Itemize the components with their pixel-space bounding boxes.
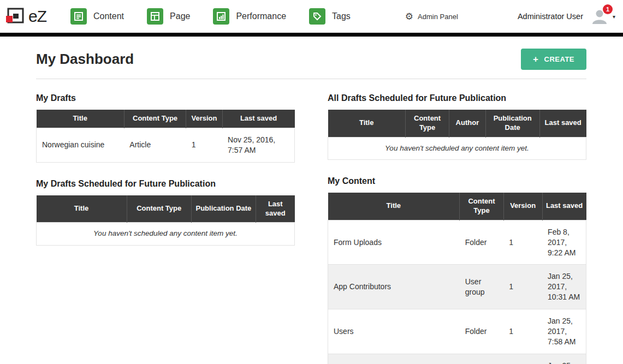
my-drafts-title: My Drafts bbox=[36, 93, 295, 103]
column-header-publication-date: Publication Date bbox=[485, 110, 539, 137]
column-header-last-saved: Last saved bbox=[542, 193, 586, 220]
column-header-content-type: Content Type bbox=[405, 110, 449, 137]
my-content-title: My Content bbox=[328, 176, 586, 186]
my-content-section: My Content Title Content Type Version La… bbox=[328, 176, 586, 364]
my-scheduled-title: My Drafts Scheduled for Future Publicati… bbox=[36, 179, 295, 189]
page-header: My Dashboard + CREATE bbox=[36, 49, 586, 70]
cell-version: 1 bbox=[503, 309, 542, 354]
cell-version: 1 bbox=[503, 220, 542, 265]
table-row[interactable]: App Folder 1 Jan 25, 2017, 7:55 AM bbox=[328, 354, 586, 364]
top-navbar: eZ Content Page bbox=[0, 0, 623, 33]
user-menu[interactable]: Administrator User 1 ▾ bbox=[518, 8, 615, 25]
cell-content-type: Folder bbox=[460, 220, 503, 265]
nav-item-performance[interactable]: Performance bbox=[213, 8, 286, 25]
gear-icon: ⚙ bbox=[405, 11, 413, 22]
create-button[interactable]: + CREATE bbox=[521, 49, 586, 70]
chevron-down-icon[interactable]: ▾ bbox=[613, 14, 615, 20]
performance-icon bbox=[213, 8, 229, 25]
cell-title[interactable]: Users bbox=[328, 309, 460, 354]
nav-label-content: Content bbox=[93, 11, 124, 21]
plus-icon: + bbox=[533, 55, 538, 64]
table-row[interactable]: Norwegian cuisine Article 1 Nov 25, 2016… bbox=[37, 128, 295, 162]
create-button-label: CREATE bbox=[544, 55, 574, 63]
all-scheduled-header-row: Title Content Type Author Publication Da… bbox=[328, 110, 586, 137]
my-drafts-section: My Drafts Title Content Type Version Las… bbox=[36, 93, 295, 163]
nav-label-tags: Tags bbox=[332, 11, 351, 21]
dashboard-columns: My Drafts Title Content Type Version Las… bbox=[36, 93, 586, 364]
nav-label-page: Page bbox=[170, 11, 190, 21]
content-icon bbox=[70, 8, 87, 25]
nav-item-page[interactable]: Page bbox=[147, 8, 190, 25]
my-scheduled-table: Title Content Type Publication Date Last… bbox=[36, 195, 295, 246]
column-header-version: Version bbox=[186, 110, 222, 128]
top-divider-bar bbox=[0, 33, 623, 37]
cell-content-type: Folder bbox=[460, 309, 503, 354]
cell-version: 1 bbox=[503, 265, 542, 309]
empty-state-message: You haven't scheduled any content item y… bbox=[328, 137, 586, 159]
column-header-publication-date: Publication Date bbox=[191, 195, 256, 223]
column-header-title: Title bbox=[37, 195, 127, 223]
ez-logo-icon bbox=[5, 7, 25, 26]
column-header-content-type: Content Type bbox=[127, 195, 191, 223]
cell-last-saved: Jan 25, 2017, 10:31 AM bbox=[542, 265, 586, 309]
admin-panel-label: Admin Panel bbox=[418, 13, 458, 21]
header-divider bbox=[36, 79, 586, 79]
user-name: Administrator User bbox=[518, 12, 583, 21]
column-header-version: Version bbox=[503, 193, 542, 220]
my-scheduled-header-row: Title Content Type Publication Date Last… bbox=[37, 195, 295, 223]
cell-version: 1 bbox=[503, 354, 542, 364]
my-drafts-header-row: Title Content Type Version Last saved bbox=[37, 110, 295, 128]
column-header-last-saved: Last saved bbox=[539, 110, 586, 137]
all-scheduled-section: All Drafts Scheduled for Future Publicat… bbox=[328, 93, 586, 160]
my-content-header-row: Title Content Type Version Last saved bbox=[328, 193, 586, 220]
table-row[interactable]: Users Folder 1 Jan 25, 2017, 7:58 AM bbox=[328, 309, 586, 354]
cell-title[interactable]: App bbox=[328, 354, 460, 364]
cell-version: 1 bbox=[186, 128, 222, 162]
ez-logo-text: eZ bbox=[28, 7, 46, 26]
all-scheduled-title: All Drafts Scheduled for Future Publicat… bbox=[328, 93, 586, 103]
nav-label-performance: Performance bbox=[236, 11, 286, 21]
avatar[interactable]: 1 bbox=[591, 8, 609, 25]
column-header-title: Title bbox=[328, 110, 406, 137]
left-column: My Drafts Title Content Type Version Las… bbox=[36, 93, 295, 364]
cell-last-saved: Feb 8, 2017, 9:22 AM bbox=[542, 220, 586, 265]
empty-state-row: You haven't scheduled any content item y… bbox=[37, 223, 295, 245]
my-scheduled-section: My Drafts Scheduled for Future Publicati… bbox=[36, 179, 295, 246]
cell-content-type: Article bbox=[124, 128, 186, 162]
right-column: All Drafts Scheduled for Future Publicat… bbox=[328, 93, 586, 364]
page-title: My Dashboard bbox=[36, 51, 134, 68]
column-header-content-type: Content Type bbox=[460, 193, 503, 220]
ez-logo[interactable]: eZ bbox=[5, 7, 46, 26]
cell-content-type: User group bbox=[460, 265, 503, 309]
tags-icon bbox=[309, 8, 325, 25]
my-drafts-table: Title Content Type Version Last saved No… bbox=[36, 110, 295, 163]
column-header-content-type: Content Type bbox=[124, 110, 186, 128]
admin-panel-menu[interactable]: ⚙ Admin Panel bbox=[405, 11, 458, 22]
cell-last-saved: Jan 25, 2017, 7:58 AM bbox=[542, 309, 586, 354]
page-icon bbox=[147, 8, 163, 25]
all-scheduled-table: Title Content Type Author Publication Da… bbox=[328, 110, 586, 160]
column-header-last-saved: Last saved bbox=[222, 110, 294, 128]
table-row[interactable]: App Contributors User group 1 Jan 25, 20… bbox=[328, 265, 586, 309]
nav-item-tags[interactable]: Tags bbox=[309, 8, 351, 25]
cell-last-saved: Nov 25, 2016, 7:57 AM bbox=[222, 128, 294, 162]
column-header-title: Title bbox=[37, 110, 124, 128]
column-header-author: Author bbox=[449, 110, 485, 137]
empty-state-row: You haven't scheduled any content item y… bbox=[328, 137, 586, 159]
cell-title[interactable]: Form Uploads bbox=[328, 220, 460, 265]
column-header-title: Title bbox=[328, 193, 460, 220]
my-content-table: Title Content Type Version Last saved Fo… bbox=[328, 193, 586, 364]
dashboard-main: My Dashboard + CREATE My Drafts Title Co… bbox=[0, 37, 623, 364]
cell-content-type: Folder bbox=[460, 354, 503, 364]
table-row[interactable]: Form Uploads Folder 1 Feb 8, 2017, 9:22 … bbox=[328, 220, 586, 265]
empty-state-message: You haven't scheduled any content item y… bbox=[37, 223, 295, 245]
notification-badge[interactable]: 1 bbox=[603, 4, 613, 14]
cell-title[interactable]: App Contributors bbox=[328, 265, 460, 309]
nav-item-content[interactable]: Content bbox=[70, 8, 124, 25]
cell-last-saved: Jan 25, 2017, 7:55 AM bbox=[542, 354, 586, 364]
column-header-last-saved: Last saved bbox=[256, 195, 295, 223]
cell-title[interactable]: Norwegian cuisine bbox=[37, 128, 124, 162]
